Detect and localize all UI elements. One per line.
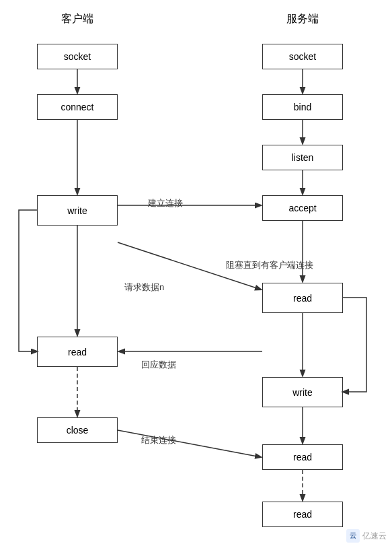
client-title: 客户端 <box>37 12 118 26</box>
server-accept-box: accept <box>262 195 343 221</box>
server-read2-box: read <box>262 444 343 470</box>
server-bind-box: bind <box>262 94 343 120</box>
client-socket-box: socket <box>37 44 118 69</box>
label-end: 结束连接 <box>141 434 176 446</box>
client-write-box: write <box>37 195 118 226</box>
client-close-box: close <box>37 417 118 443</box>
label-establish: 建立连接 <box>148 197 183 209</box>
server-read1-box: read <box>262 283 343 313</box>
server-title: 服务端 <box>262 12 343 26</box>
client-read-box: read <box>37 337 118 367</box>
label-block: 阻塞直到有客户端连接 <box>226 259 313 271</box>
svg-line-14 <box>118 430 261 457</box>
server-socket-box: socket <box>262 44 343 69</box>
server-write-box: write <box>262 377 343 407</box>
client-connect-box: connect <box>37 94 118 120</box>
server-read3-box: read <box>262 502 343 527</box>
label-request: 请求数据n <box>124 281 164 294</box>
watermark: 云 亿速云 <box>346 529 387 543</box>
server-listen-box: listen <box>262 145 343 170</box>
diagram-container: 客户端 服务端 socket connect write read close … <box>0 0 392 548</box>
label-response: 回应数据 <box>141 359 176 371</box>
watermark-icon: 云 <box>346 529 360 543</box>
